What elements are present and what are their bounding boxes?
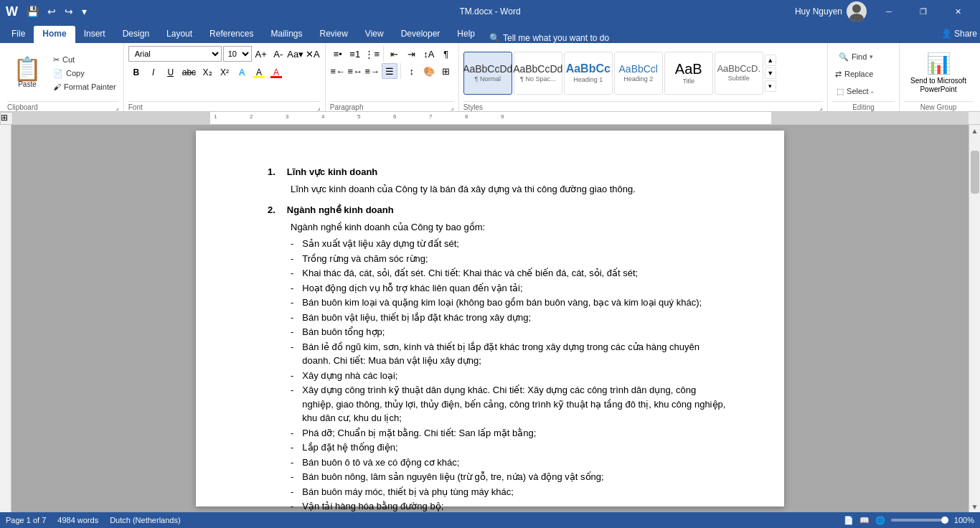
subscript-button[interactable]: X₂ (199, 65, 215, 80)
ruler-corner[interactable]: ⊞ (0, 112, 13, 125)
align-right-button[interactable]: ≡→ (364, 63, 380, 79)
tab-home[interactable]: Home (34, 26, 75, 43)
list-dash: - (291, 340, 293, 368)
styles-scroll-up[interactable]: ▲ (765, 55, 776, 66)
grow-font-button[interactable]: A+ (253, 46, 269, 62)
style-heading2[interactable]: AaBbCcl Heading 2 (614, 52, 663, 95)
highlight-color-button[interactable]: A (251, 65, 267, 80)
style-heading1[interactable]: AaBbCc Heading 1 (564, 52, 613, 95)
list-text: Bán lẻ đồ ngũ kim, sơn, kính và thiết bị… (302, 340, 727, 368)
line-spacing-button[interactable]: ↕ (404, 63, 420, 79)
document-scroll-area[interactable]: 1. Lĩnh vực kinh doanh Lĩnh vực kinh doa… (11, 125, 969, 512)
clipboard-group-label: Clipboard ⌟ (7, 101, 119, 111)
undo-qat-button[interactable]: ↩ (44, 4, 59, 19)
tab-design[interactable]: Design (114, 26, 158, 43)
style-subtitle[interactable]: AaBbCcD. Subtitle (715, 52, 763, 95)
vertical-scrollbar[interactable]: ▲ ▼ (969, 125, 980, 512)
tab-mailings[interactable]: Mailings (262, 26, 311, 43)
strikethrough-button[interactable]: abc (180, 65, 198, 80)
clear-format-button[interactable]: ✕A (305, 46, 321, 62)
tab-references[interactable]: References (201, 26, 262, 43)
layout-icon[interactable]: 📄 (844, 516, 854, 525)
list-text: Vận tải hàng hóa bằng đường bộ; (302, 499, 443, 512)
close-button[interactable]: ✕ (941, 0, 974, 23)
bullets-button[interactable]: ≡• (330, 46, 346, 62)
share-button[interactable]: 👤 Share (941, 29, 977, 43)
tab-developer[interactable]: Developer (392, 26, 449, 43)
cut-button[interactable]: ✂ Cut (50, 54, 119, 66)
scroll-down-arrow[interactable]: ▼ (969, 501, 981, 512)
styles-scroll-down[interactable]: ▼ (765, 67, 776, 79)
copy-button[interactable]: 📄 Copy (50, 67, 119, 80)
align-center-button[interactable]: ≡↔ (347, 63, 363, 79)
style-normal[interactable]: AaBbCcDd ¶ Normal (463, 52, 512, 95)
scroll-thumb[interactable] (971, 151, 979, 194)
minimize-button[interactable]: ─ (872, 0, 905, 23)
change-case-button[interactable]: Aa▾ (288, 46, 303, 62)
replace-button[interactable]: ⇄ Replace (832, 66, 876, 82)
borders-button[interactable]: ⊞ (438, 63, 454, 79)
tab-file[interactable]: File (3, 26, 34, 43)
font-size-select[interactable]: 10 (223, 46, 252, 62)
tab-review[interactable]: Review (311, 26, 356, 43)
font-name-select[interactable]: Arial (128, 46, 222, 62)
list-item: - Xây dựng công trình kỹ thuật dân dụng … (291, 383, 727, 425)
redo-qat-button[interactable]: ↪ (62, 4, 76, 19)
section-1-para: Lĩnh vực kinh doanh của Công ty là bán đ… (291, 182, 727, 197)
tab-layout[interactable]: Layout (158, 26, 201, 43)
list-item: - Bán lẻ đồ ngũ kim, sơn, kính và thiết … (291, 340, 727, 368)
paragraph-expand-icon[interactable]: ⌟ (451, 103, 454, 111)
decrease-indent-button[interactable]: ⇤ (387, 46, 402, 62)
styles-gallery: AaBbCcDd ¶ Normal AaBbCcDd ¶ No Spac... … (463, 47, 763, 99)
paste-button[interactable]: 📋 Paste (7, 46, 47, 100)
clipboard-expand-icon[interactable]: ⌟ (116, 103, 119, 111)
multilevel-button[interactable]: ⋮≡ (364, 46, 380, 62)
font-color-button[interactable]: A (268, 65, 284, 80)
tell-me-box[interactable]: 🔍 Tell me what you want to do (489, 33, 609, 43)
web-view-icon[interactable]: 🌐 (875, 516, 885, 525)
send-to-ppt-button[interactable]: 📊 Send to Microsoft PowerPoint (904, 49, 973, 97)
styles-expand-icon[interactable]: ⌟ (819, 103, 823, 111)
text-effects-button[interactable]: A (234, 65, 250, 80)
justify-button[interactable]: ☰ (382, 63, 397, 79)
show-hide-button[interactable]: ¶ (438, 46, 454, 62)
shrink-font-button[interactable]: A- (270, 46, 286, 62)
numbering-button[interactable]: ≡1 (347, 46, 363, 62)
ruler-mark-5: 5 (357, 113, 360, 120)
increase-indent-button[interactable]: ⇥ (404, 46, 420, 62)
title-bar-left: W 💾 ↩ ↪ ▾ (6, 4, 90, 19)
style-no-spacing[interactable]: AaBbCcDd ¶ No Spac... (514, 52, 562, 95)
font-expand-icon[interactable]: ⌟ (317, 103, 321, 111)
read-mode-icon[interactable]: 📖 (859, 516, 870, 525)
style-no-spacing-preview: AaBbCcDd (513, 64, 562, 74)
list-dash: - (291, 485, 293, 499)
italic-button[interactable]: I (146, 65, 161, 80)
zoom-thumb[interactable] (941, 517, 948, 524)
format-painter-button[interactable]: 🖌 Format Painter (50, 81, 119, 93)
underline-button[interactable]: U (163, 65, 179, 80)
restore-button[interactable]: ❐ (907, 0, 940, 23)
format-painter-label: Format Painter (64, 82, 116, 91)
tab-insert[interactable]: Insert (75, 26, 114, 43)
sort-button[interactable]: ↕A (421, 46, 437, 62)
window-controls: ─ ❐ ✕ (872, 0, 974, 23)
styles-more[interactable]: ▾ (765, 80, 776, 92)
superscript-button[interactable]: X² (217, 65, 232, 80)
select-button[interactable]: ⬚ Select - (834, 83, 876, 99)
style-heading2-preview: AaBbCcl (619, 64, 658, 74)
customize-qat-button[interactable]: ▾ (79, 4, 90, 19)
tab-view[interactable]: View (357, 26, 392, 43)
style-title[interactable]: AaB Title (664, 52, 713, 95)
align-left-button[interactable]: ≡← (330, 63, 346, 79)
scroll-up-arrow[interactable]: ▲ (969, 125, 981, 136)
shading-button[interactable]: 🎨 (421, 63, 437, 79)
ruler-mark-7: 7 (429, 113, 432, 120)
list-item: - Bán buôn nông, lâm sản nguyên liệu (tr… (291, 470, 727, 484)
tab-help[interactable]: Help (448, 26, 484, 43)
find-button[interactable]: 🔍 Find ▾ (836, 49, 876, 65)
section-2-list: - Sản xuất vật liệu xây dựng từ đất sét;… (291, 237, 727, 512)
bold-button[interactable]: B (128, 65, 144, 80)
zoom-slider[interactable] (891, 519, 948, 522)
scroll-track[interactable] (969, 136, 980, 501)
save-qat-button[interactable]: 💾 (24, 4, 42, 19)
